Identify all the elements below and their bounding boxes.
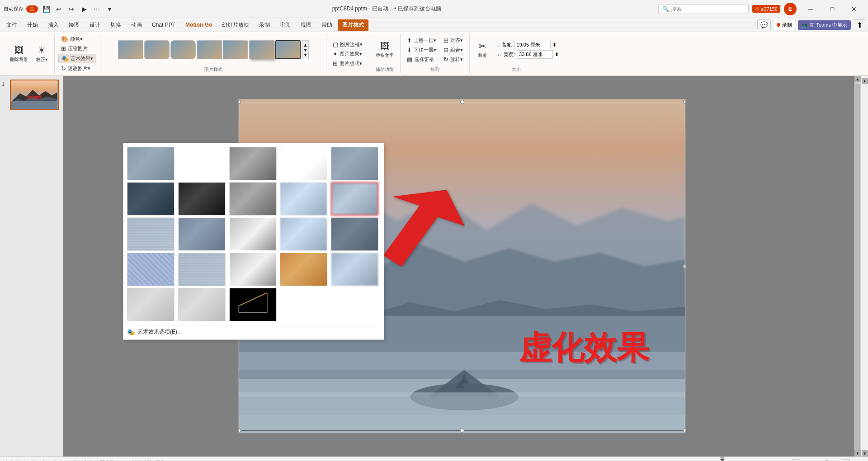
effect-fog2[interactable]: [280, 217, 327, 251]
more-button[interactable]: ⋯: [91, 4, 102, 14]
effect-cement[interactable]: [229, 253, 277, 286]
effect-orange[interactable]: [280, 253, 327, 286]
remove-background-button[interactable]: 🖼 删除背景: [7, 44, 31, 64]
effect-emboss[interactable]: [229, 217, 277, 251]
tab-animations[interactable]: 动画: [127, 19, 146, 31]
slide-thumbnail-1[interactable]: 虚化效果: [10, 80, 59, 110]
normal-view-button[interactable]: ⊞: [734, 459, 745, 461]
tab-help[interactable]: 帮助: [317, 19, 337, 31]
slideshow-button[interactable]: ▶: [778, 459, 788, 461]
effect-rocky2[interactable]: [331, 217, 378, 251]
record-button[interactable]: 录制: [773, 20, 796, 30]
quick-access-toolbar: 💾 ↩ ↪ ▶ ⋯ ▾: [41, 4, 115, 14]
tab-chatppt[interactable]: Chat PPT: [147, 20, 180, 30]
present-button[interactable]: ▶: [79, 4, 90, 14]
customize-button[interactable]: ▾: [104, 4, 115, 14]
user-avatar[interactable]: E: [784, 3, 797, 15]
effect-pattern[interactable]: [127, 253, 175, 286]
effect-grid2[interactable]: [178, 253, 226, 286]
effect-outline[interactable]: [229, 288, 277, 321]
tab-file[interactable]: 文件: [2, 19, 22, 31]
picture-effects-button[interactable]: ✦ 图片效果▾: [330, 50, 365, 58]
change-picture-button[interactable]: ↻ 更改图片▾: [58, 64, 96, 73]
group-button[interactable]: ⊞ 组合▾: [441, 46, 466, 54]
rotate-button[interactable]: ↻ 旋转▾: [441, 55, 466, 64]
effect-grid[interactable]: [127, 217, 175, 251]
effect-foggy2[interactable]: [331, 253, 378, 286]
search-input[interactable]: [671, 6, 743, 12]
autosave-toggle[interactable]: 关: [26, 5, 38, 13]
right-scroll-up[interactable]: ▲: [862, 78, 868, 84]
redo-button[interactable]: ↪: [66, 4, 77, 14]
effect-pencil[interactable]: [178, 147, 226, 180]
effect-rocky[interactable]: [178, 217, 226, 251]
scroll-up-button[interactable]: ▲: [854, 76, 861, 82]
effect-watercolor[interactable]: [331, 147, 378, 180]
tab-design[interactable]: 设计: [85, 19, 105, 31]
reading-view-button[interactable]: ▤: [763, 459, 774, 461]
style-thumb-5[interactable]: [222, 40, 248, 60]
effect-chalk[interactable]: [280, 147, 327, 180]
slide-sorter-button[interactable]: ⊟: [749, 459, 760, 461]
height-spinner[interactable]: ⬍: [552, 42, 557, 48]
close-button[interactable]: ✕: [844, 2, 864, 16]
tab-motiongo[interactable]: Motion Go: [181, 20, 217, 30]
chat-button[interactable]: 💬: [757, 19, 771, 30]
notes-button[interactable]: 备注: [720, 459, 731, 461]
tab-slideshow[interactable]: 幻灯片放映: [217, 19, 254, 31]
send-back-button[interactable]: ⬇ 下移一层▾: [404, 46, 439, 54]
selection-pane-button[interactable]: ▤ 选择窗格: [404, 55, 439, 64]
effect-none[interactable]: [127, 147, 175, 180]
style-thumb-6[interactable]: [249, 40, 274, 59]
alt-text-button[interactable]: 🖼 替换文字: [373, 40, 396, 60]
error-badge[interactable]: ⚠ e37156: [752, 5, 780, 13]
art-effects-options-button[interactable]: 🎭 艺术效果选项(E)...: [127, 325, 380, 336]
corrections-button[interactable]: ☀ 校正▾: [33, 43, 51, 64]
style-thumb-2[interactable]: [144, 40, 170, 59]
style-thumb-3[interactable]: [170, 40, 196, 59]
tab-home[interactable]: 开始: [23, 19, 42, 31]
vertical-scrollbar[interactable]: ▲ ▼: [854, 76, 861, 456]
effect-dark2[interactable]: [178, 182, 226, 216]
tab-transitions[interactable]: 切换: [106, 19, 126, 31]
style-thumb-7[interactable]: [275, 40, 301, 59]
right-scroll-down[interactable]: ▼: [862, 450, 868, 456]
effect-line[interactable]: [229, 147, 277, 180]
style-thumb-1[interactable]: [118, 40, 143, 59]
style-thumb-4[interactable]: [197, 40, 222, 60]
bring-forward-button[interactable]: ⬆ 上移一层▾: [404, 36, 439, 45]
tab-insert[interactable]: 插入: [43, 19, 63, 31]
tab-pictureformat[interactable]: 图片格式: [338, 19, 368, 31]
share-button[interactable]: ⬆: [853, 19, 866, 30]
zoom-out-button[interactable]: −: [792, 459, 800, 461]
align-button[interactable]: ⊟ 对齐▾: [441, 36, 466, 45]
maximize-button[interactable]: □: [822, 2, 843, 16]
width-spinner[interactable]: ⬍: [555, 52, 559, 57]
effect-bw[interactable]: [229, 182, 277, 216]
teams-button[interactable]: 📺 在 Teams 中展示: [798, 20, 851, 30]
effect-dark1[interactable]: [127, 182, 175, 216]
art-effects-icon: 🎭: [61, 55, 69, 62]
effect-fog1[interactable]: [280, 182, 327, 216]
effect-wh2[interactable]: [178, 288, 226, 321]
tab-review[interactable]: 审阅: [275, 19, 295, 31]
tab-record[interactable]: 录制: [255, 19, 274, 31]
tab-view[interactable]: 视图: [296, 19, 316, 31]
picture-border-button[interactable]: ▢ 图片边框▾: [330, 40, 365, 49]
effect-light[interactable]: [127, 288, 175, 321]
minimize-button[interactable]: ─: [800, 2, 821, 16]
scroll-down-button[interactable]: ▼: [854, 450, 861, 456]
zoom-in-button[interactable]: +: [842, 459, 850, 461]
art-effects-button[interactable]: 🎭 艺术效果▾: [58, 54, 96, 63]
undo-button[interactable]: ↩: [53, 4, 64, 14]
scroll-track-v[interactable]: [855, 84, 860, 450]
color-button[interactable]: 🎨 颜色▾: [58, 35, 96, 43]
tab-draw[interactable]: 绘图: [64, 19, 84, 31]
effect-blur-selected[interactable]: [331, 182, 378, 216]
search-box[interactable]: 🔍: [658, 4, 749, 14]
save-button[interactable]: 💾: [41, 4, 52, 14]
picture-layout-button[interactable]: ⊞ 图片版式▾: [330, 59, 365, 68]
crop-button[interactable]: ✂ 裁剪: [473, 39, 491, 60]
gallery-scroll[interactable]: ▲ ▼ ▾: [302, 40, 309, 59]
compress-button[interactable]: ⊞ 压缩图片: [58, 44, 96, 53]
